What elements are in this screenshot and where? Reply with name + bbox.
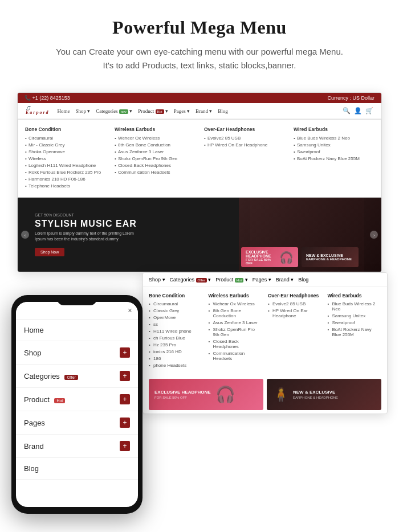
nav-icons: 🔍 👤 🛒	[343, 107, 373, 114]
search-icon[interactable]: 🔍	[343, 107, 351, 114]
hero-text: Lorem Ipsum is simply dummy text of the …	[35, 231, 137, 242]
d2-banners: EXCLUSIVE HEADPHONE FOR SALE 50% OFF 🎧 🧍…	[143, 375, 387, 414]
d2-col-overear: Over-Ear Headphones Evolve2 85 USB HP Wi…	[268, 293, 322, 370]
hero-next-btn[interactable]: ›	[370, 231, 378, 239]
mega-col-bone: Bone Condition Circumaural Mir - Classic…	[25, 126, 105, 190]
product-badge: Hot	[156, 109, 164, 114]
mega-col-wired: Wired Earbuds Blue Buds Wireless 2 Neo S…	[294, 126, 374, 190]
mega-col-wireless: Wireless Earbuds Weheor Ox Wireless 8th …	[115, 126, 195, 190]
nav-logo: 🎵 Earpord	[26, 107, 50, 115]
hero-title: STYLISH MUSIC EAR	[35, 219, 137, 229]
mobile-menu-shop[interactable]: Shop +	[16, 341, 138, 365]
mega-menu: Bone Condition Circumaural Mir - Classic…	[18, 119, 381, 198]
product-hot-badge: Hot	[54, 398, 65, 403]
phone-outer: × Home Shop + Categories Offer +	[11, 295, 142, 514]
mobile-menu-brand[interactable]: Brand +	[16, 435, 138, 458]
desktop-screenshot: 📞 +1 (22) 8425153 Currency : US Dollar 🎵…	[17, 92, 382, 272]
page-title: Powerful Mega Menu	[11, 17, 388, 38]
hero-shop-btn[interactable]: Shop Now	[35, 248, 64, 256]
shop-expand-btn[interactable]: +	[120, 347, 130, 358]
d2-navbar: Shop ▾ Categories Offer ▾ Product Hot ▾ …	[143, 273, 387, 287]
mobile-menu-categories[interactable]: Categories Offer +	[16, 365, 138, 388]
d2-offer-badge: Offer	[196, 278, 207, 283]
categories-expand-btn[interactable]: +	[120, 371, 130, 381]
phone-screen: × Home Shop + Categories Offer +	[16, 302, 138, 507]
d2-col-wireless: Wireless Earbuds Wehear Ox Wireless 8th …	[209, 293, 263, 370]
d2-nav-categories[interactable]: Categories Offer ▾	[170, 277, 211, 283]
phone-notch	[57, 295, 97, 305]
d2-nav-shop[interactable]: Shop ▾	[149, 277, 165, 283]
d2-nav-blog[interactable]: Blog	[298, 277, 308, 283]
nav-brand[interactable]: Brand ▾	[196, 108, 212, 114]
page-header: Powerful Mega Menu You can Create your o…	[0, 0, 399, 81]
mobile-menu-home[interactable]: Home	[16, 320, 138, 341]
topbar: 📞 +1 (22) 8425153 Currency : US Dollar	[18, 93, 381, 103]
pages-expand-btn[interactable]: +	[120, 418, 130, 428]
d2-nav-pages[interactable]: Pages ▾	[253, 277, 271, 283]
hero-discount: GET 50% DISCOUNT	[35, 213, 137, 217]
topbar-currency: Currency : US Dollar	[327, 95, 374, 101]
phone-section: × Home Shop + Categories Offer +	[11, 295, 142, 514]
mini-banner-new[interactable]: NEW & EXCLUSIVE EARPHONE & HEADPHONE	[302, 247, 359, 267]
d2-banner-exclusive[interactable]: EXCLUSIVE HEADPHONE FOR SALE 50% OFF 🎧	[149, 379, 263, 410]
d2-banner-new[interactable]: 🧍 NEW & EXCLUSIVE EARPHONE & HEADPHONE	[267, 379, 381, 410]
categories-badge: new	[119, 109, 128, 114]
categories-offer-badge: Offer	[64, 375, 78, 380]
mobile-menu-product[interactable]: Product Hot +	[16, 388, 138, 411]
bottom-section: Shop ▾ Categories Offer ▾ Product Hot ▾ …	[0, 272, 399, 531]
hero-banner: ‹ GET 50% DISCOUNT STYLISH MUSIC EAR Lor…	[18, 198, 381, 272]
hero-prev-btn[interactable]: ‹	[21, 231, 29, 239]
navbar: 🎵 Earpord Home Shop ▾ Categories new ▾ P…	[18, 103, 381, 119]
d2-col-bone: Bone Condition Circumaural Classic Grey …	[149, 293, 203, 370]
topbar-phone: 📞 +1 (22) 8425153	[25, 95, 70, 101]
nav-categories[interactable]: Categories new ▾	[96, 108, 132, 114]
d2-nav-product[interactable]: Product Hot ▾	[215, 277, 247, 283]
product-expand-btn[interactable]: +	[120, 394, 130, 404]
d2-hot-badge: Hot	[235, 278, 243, 283]
mega-col-overear: Over-Ear Headphones Evolve2 85 USB HP Wi…	[204, 126, 284, 190]
d2-col-wired: Wired Earbuds Blue Buds Wireless 2 Neo S…	[328, 293, 382, 370]
mobile-menu-blog[interactable]: Blog	[16, 458, 138, 480]
nav-product[interactable]: Product Hot ▾	[138, 108, 168, 114]
user-icon[interactable]: 👤	[354, 107, 362, 114]
phone-and-desktop-container: Shop ▾ Categories Offer ▾ Product Hot ▾ …	[11, 272, 388, 514]
cart-icon[interactable]: 🛒	[365, 107, 373, 114]
nav-shop[interactable]: Shop ▾	[76, 108, 91, 114]
nav-links: Home Shop ▾ Categories new ▾ Product Hot…	[58, 108, 335, 114]
mini-banner-exclusive[interactable]: EXCLUSIVE HEADPHONE FOR SALE 50% OFF 🎧	[241, 247, 298, 267]
mobile-menu-pages[interactable]: Pages +	[16, 411, 138, 435]
nav-pages[interactable]: Pages ▾	[174, 108, 190, 114]
mobile-close-btn[interactable]: ×	[128, 306, 132, 316]
desktop-screenshot-2: Shop ▾ Categories Offer ▾ Product Hot ▾ …	[142, 272, 388, 414]
hero-content: GET 50% DISCOUNT STYLISH MUSIC EAR Lorem…	[18, 213, 154, 256]
nav-blog[interactable]: Blog	[218, 108, 228, 114]
nav-home[interactable]: Home	[58, 108, 70, 114]
d2-mega-menu: Bone Condition Circumaural Classic Grey …	[143, 287, 387, 375]
d2-nav-brand[interactable]: Brand ▾	[276, 277, 294, 283]
hero-mini-banners: EXCLUSIVE HEADPHONE FOR SALE 50% OFF 🎧 N…	[241, 247, 359, 267]
page-subtitle: You can Create your own eye-catching men…	[11, 45, 388, 72]
brand-expand-btn[interactable]: +	[120, 441, 130, 451]
